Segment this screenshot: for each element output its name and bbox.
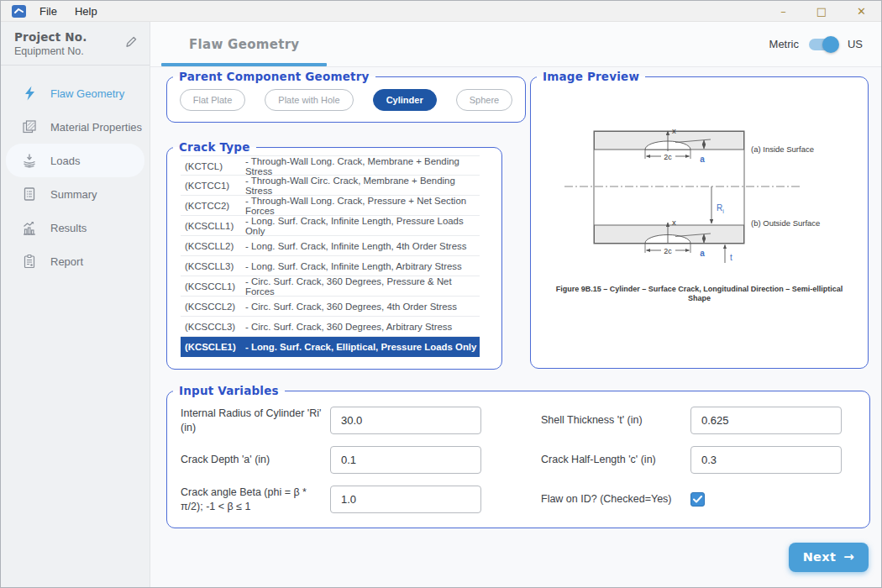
crack-type-legend: Crack Type: [173, 140, 256, 154]
image-preview-legend: Image Preview: [537, 70, 645, 83]
project-header: Project No. Equipment No.: [1, 22, 150, 66]
field-crack-half-length: Crack Half-Length 'c' (in): [541, 446, 846, 474]
sidebar-item-label: Results: [50, 222, 87, 234]
equipment-number-label: Equipment No.: [14, 45, 124, 57]
loads-icon: [21, 153, 38, 168]
crack-angle-beta-input[interactable]: [330, 486, 481, 513]
parent-geometry-section: Parent Component Geometry Flat Plate Pla…: [166, 70, 526, 123]
crack-half-length-input[interactable]: [690, 446, 842, 474]
sidebar-item-label: Loads: [50, 155, 80, 167]
field-crack-angle-beta: Crack angle Beta (phi = β * π/2); -1 < β…: [181, 486, 486, 513]
image-preview-section: Image Preview: [530, 70, 869, 369]
field-label: Flaw on ID? (Checked=Yes): [541, 492, 690, 506]
sidebar-item-label: Report: [50, 255, 83, 268]
bolt-icon: [21, 86, 38, 101]
page-header: Flaw Geometry Metric US: [150, 22, 881, 67]
field-internal-radius: Internal Radius of Cylinder 'Ri' (in): [181, 407, 486, 434]
sidebar-item-label: Flaw Geometry: [50, 87, 124, 100]
field-label: Crack Half-Length 'c' (in): [541, 453, 690, 466]
svg-text:2c: 2c: [664, 247, 672, 255]
edit-pencil-icon[interactable]: [124, 35, 138, 52]
crack-type-row[interactable]: (KCSCLL3)- Long. Surf. Crack, Infinite L…: [181, 256, 480, 276]
project-number-label: Project No.: [14, 30, 124, 44]
field-label: Shell Thickness 't' (in): [541, 413, 690, 427]
crack-type-row[interactable]: (KCSCCL2)- Circ. Surf. Crack, 360 Degree…: [181, 297, 480, 317]
field-flaw-on-id: Flaw on ID? (Checked=Yes): [541, 486, 846, 513]
unit-toggle[interactable]: [809, 39, 837, 50]
crack-type-row-selected[interactable]: (KCSCLE1)- Long. Surf. Crack, Elliptical…: [181, 337, 480, 357]
crack-type-row[interactable]: (KCSCCL3)- Circ. Surf. Crack, 360 Degree…: [181, 317, 480, 337]
tab-flaw-geometry[interactable]: Flaw Geometry: [161, 22, 327, 66]
input-variables-legend: Input Variables: [173, 384, 285, 397]
shell-thickness-input[interactable]: [690, 407, 842, 434]
sidebar-item-label: Summary: [50, 188, 97, 201]
crack-type-row[interactable]: (KCTCC1)- Through-Wall Circ. Crack, Memb…: [181, 176, 480, 196]
field-crack-depth: Crack Depth 'a' (in): [181, 446, 486, 474]
svg-text:a: a: [700, 249, 705, 258]
geometry-option-flat-plate[interactable]: Flat Plate: [180, 89, 245, 111]
svg-text:x: x: [672, 126, 676, 135]
sidebar-item-flaw-geometry[interactable]: Flaw Geometry: [1, 76, 150, 110]
crack-type-section: Crack Type (KCTCL)- Through-Wall Long. C…: [166, 140, 502, 370]
report-icon: [21, 254, 38, 269]
menu-file[interactable]: File: [39, 5, 57, 18]
sidebar-item-loads[interactable]: Loads: [6, 144, 144, 177]
sidebar-item-material-properties[interactable]: Material Properties: [1, 110, 150, 144]
metric-label: Metric: [769, 38, 799, 50]
crack-type-row[interactable]: (KCTCC2)- Through-Wall Long. Crack, Pres…: [181, 196, 480, 216]
field-label: Crack angle Beta (phi = β * π/2); -1 < β…: [181, 486, 330, 513]
svg-text:a: a: [700, 155, 705, 164]
maximize-icon[interactable]: □: [816, 6, 827, 17]
field-shell-thickness: Shell Thickness 't' (in): [541, 407, 846, 434]
sidebar-item-summary[interactable]: Summary: [1, 177, 150, 211]
internal-radius-input[interactable]: [330, 407, 481, 434]
us-label: US: [848, 38, 863, 50]
sidebar: Project No. Equipment No. Flaw Geometry: [1, 22, 150, 587]
svg-text:(b) Outside Surface: (b) Outside Surface: [751, 218, 820, 228]
unit-toggle-group: Metric US: [769, 38, 881, 50]
toggle-knob[interactable]: [822, 36, 839, 53]
sidebar-item-report[interactable]: Report: [1, 244, 150, 278]
crack-depth-input[interactable]: [330, 446, 481, 474]
sidebar-nav: Flaw Geometry Material Properties Loads: [1, 66, 150, 278]
geometry-option-plate-with-hole[interactable]: Plate with Hole: [265, 89, 353, 111]
field-label: Crack Depth 'a' (in): [181, 453, 330, 466]
content-area: Parent Component Geometry Flat Plate Pla…: [150, 67, 881, 587]
material-icon: [21, 119, 38, 134]
checkmark-icon: [693, 496, 702, 503]
minimize-icon[interactable]: –: [780, 6, 786, 17]
next-button[interactable]: Next →: [789, 543, 869, 572]
crack-type-list: (KCTCL)- Through-Wall Long. Crack, Membr…: [181, 155, 480, 357]
crack-type-row[interactable]: (KCSCLL1)- Long. Surf. Crack, Infinite L…: [181, 216, 480, 236]
app-window: File Help – □ ✕ Project No. Equipment No…: [0, 0, 882, 588]
preview-figure: x 2c a (a) Inside Surface Ri: [531, 83, 868, 304]
close-icon[interactable]: ✕: [857, 6, 866, 17]
arrow-right-icon: →: [843, 549, 854, 564]
cylinder-crack-diagram: x 2c a (a) Inside Surface Ri: [531, 83, 867, 275]
sidebar-item-results[interactable]: Results: [1, 211, 150, 244]
results-icon: [21, 220, 38, 235]
flaw-on-id-checkbox[interactable]: [690, 492, 705, 507]
svg-text:t: t: [730, 253, 732, 262]
parent-geometry-legend: Parent Component Geometry: [173, 70, 375, 83]
geometry-option-sphere[interactable]: Sphere: [456, 89, 512, 111]
svg-text:x: x: [672, 218, 676, 227]
crack-type-row[interactable]: (KCSCCL1)- Circ. Surf. Crack, 360 Degree…: [181, 276, 480, 297]
page-title: Flaw Geometry: [189, 37, 299, 52]
sidebar-item-label: Material Properties: [50, 121, 142, 134]
input-variables-section: Input Variables Internal Radius of Cylin…: [166, 384, 870, 528]
crack-type-row[interactable]: (KCTCL)- Through-Wall Long. Crack, Membr…: [181, 155, 480, 176]
svg-text:(a) Inside Surface: (a) Inside Surface: [751, 144, 814, 154]
geometry-option-cylinder[interactable]: Cylinder: [373, 89, 437, 111]
figure-caption: Figure 9B.15 – Cylinder – Surface Crack,…: [531, 285, 868, 304]
menu-help[interactable]: Help: [75, 5, 97, 18]
next-button-label: Next: [803, 550, 836, 564]
crack-type-row[interactable]: (KCSCLL2)- Long. Surf. Crack, Infinite L…: [181, 236, 480, 256]
field-label: Internal Radius of Cylinder 'Ri' (in): [181, 407, 330, 434]
summary-icon: [21, 186, 38, 202]
app-logo-icon: [12, 5, 26, 18]
svg-text:2c: 2c: [664, 153, 672, 161]
titlebar: File Help – □ ✕: [1, 1, 881, 22]
